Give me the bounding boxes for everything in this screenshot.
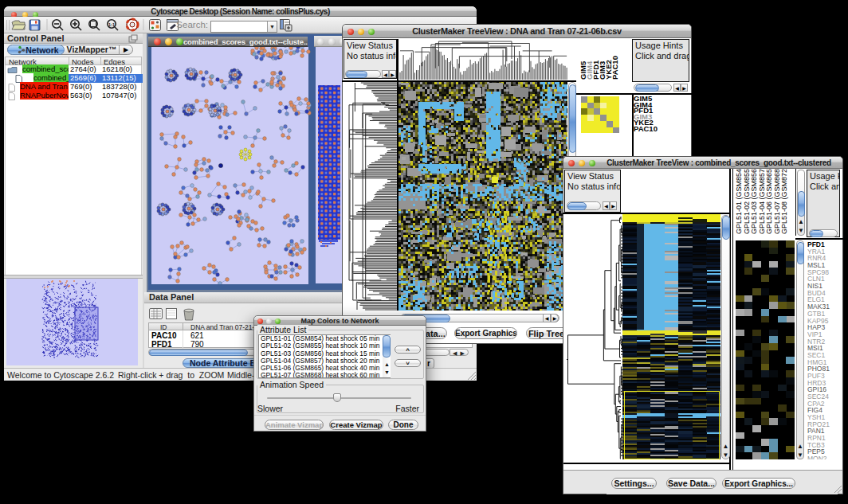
svg-text:GPL51-03 (GSM856): GPL51-03 (GSM856) — [750, 169, 758, 234]
svg-text:GPL51-01 (GSM854): GPL51-01 (GSM854) — [735, 169, 743, 234]
svg-text:GPL51-02 (GSM855): GPL51-02 (GSM855) — [743, 169, 751, 234]
svg-text:GPL51-06 (GSM865): GPL51-06 (GSM865) — [765, 169, 773, 234]
svg-text:GPL51-04 (GSM857): GPL51-04 (GSM857) — [758, 169, 766, 234]
svg-text:GPL51-07 (GSM868): GPL51-07 (GSM868) — [773, 169, 781, 234]
svg-text:GPL51-08 (GSM872): GPL51-08 (GSM872) — [780, 169, 788, 234]
